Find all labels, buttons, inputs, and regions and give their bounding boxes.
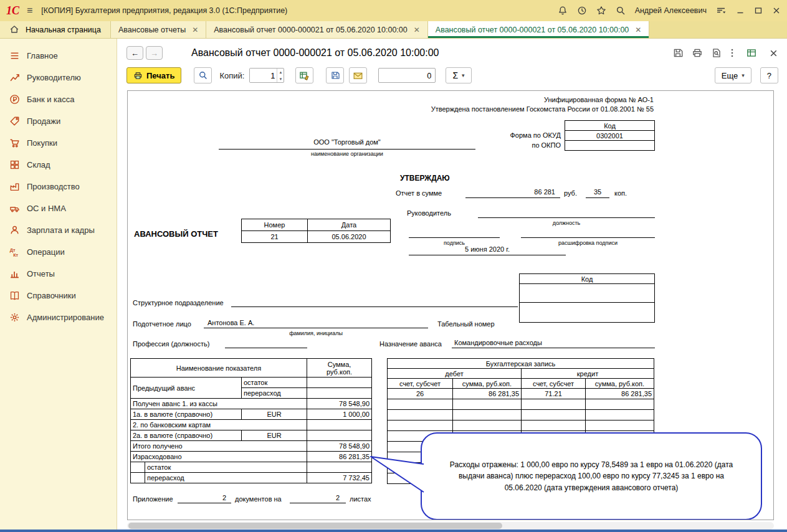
sidebar-label: Склад	[27, 160, 50, 169]
cart-icon	[9, 138, 20, 148]
envelope-icon	[353, 70, 363, 81]
date-header-cell: Дата	[308, 219, 391, 231]
printer-icon	[133, 71, 143, 80]
sidebar-label: Руководителю	[27, 73, 81, 82]
more-button-label: Еще	[722, 71, 738, 80]
sidebar-item-references[interactable]: Справочники	[0, 285, 117, 306]
sidebar-item-purchases[interactable]: Покупки	[0, 132, 117, 154]
empty-cell	[522, 399, 586, 410]
empty-cell	[522, 410, 586, 420]
tab-advance-report-doc-2-active[interactable]: Авансовый отчет 0000-000021 от 05.06.202…	[428, 21, 650, 38]
help-button[interactable]: ?	[760, 67, 778, 83]
purpose-field: Командировочные расходы	[452, 339, 655, 348]
more-button[interactable]: Еще ▾	[715, 67, 751, 83]
manager-label: Руководитель	[407, 209, 451, 217]
sidebar-label: Администрирование	[27, 313, 104, 322]
preview-icon[interactable]	[711, 47, 722, 59]
profession-line	[225, 339, 307, 348]
person-caption: фамилия, инициалы	[204, 330, 428, 336]
sidebar: Главное Руководителю Банк и касса Продаж…	[0, 39, 117, 532]
appendix-docs-label: документов на	[235, 495, 282, 503]
home-icon	[9, 24, 20, 35]
adv-row-currency: EUR	[242, 430, 307, 441]
tab-home[interactable]: Начальная страница	[0, 21, 111, 38]
horizontal-scrollbar[interactable]	[127, 522, 774, 530]
favorites-star-icon[interactable]	[596, 6, 606, 16]
forward-button[interactable]: →	[146, 46, 163, 60]
tab-close-icon[interactable]: ✕	[192, 26, 198, 34]
table-settings-button[interactable]	[295, 67, 313, 83]
sidebar-label: Зарплата и кадры	[27, 226, 95, 235]
adv-row-currency: EUR	[242, 409, 307, 420]
spinner-down-button[interactable]: ▼	[277, 75, 284, 82]
okud-value-cell: 0302001	[565, 131, 655, 141]
annotation-callout[interactable]: Расходы отражены: 1 000,00 евро по курсу…	[421, 432, 762, 520]
empty-cell	[388, 399, 453, 410]
current-user[interactable]: Андрей Алексеевич	[635, 6, 707, 15]
approve-date-field: 5 июня 2020 г.	[409, 245, 566, 255]
save-document-button[interactable]	[326, 67, 344, 83]
search-icon[interactable]	[616, 6, 626, 16]
sigma-icon: Σ	[452, 70, 458, 80]
spinner-up-button[interactable]: ▲	[277, 69, 284, 75]
annotation-text: Расходы отражены: 1 000,00 евро по курсу…	[449, 459, 733, 494]
main-menu-icon[interactable]: ≡	[27, 5, 32, 16]
sum-button[interactable]: Σ ▾	[446, 67, 471, 83]
sidebar-item-manager[interactable]: Руководителю	[0, 67, 117, 88]
adv-prev-rest: остаток	[242, 378, 307, 388]
sidebar-item-reports[interactable]: Отчеты	[0, 263, 117, 285]
empty-cell	[307, 388, 372, 399]
email-button[interactable]	[349, 67, 367, 83]
sidebar-item-operations[interactable]: ДтКт Операции	[0, 241, 117, 263]
sidebar-item-bank-cash[interactable]: Банк и касса	[0, 88, 117, 110]
sidebar-label: ОС и НМА	[27, 204, 66, 213]
svg-text:Кт: Кт	[13, 252, 18, 257]
sidebar-item-fixed-assets[interactable]: ОС и НМА	[0, 197, 117, 219]
close-form-icon[interactable]	[769, 49, 778, 58]
print-icon[interactable]	[692, 47, 703, 59]
counter-input[interactable]	[378, 68, 436, 83]
more-dots-icon[interactable]	[730, 47, 734, 59]
sidebar-label: Продажи	[27, 116, 60, 126]
service-menu-icon[interactable]	[716, 6, 727, 16]
history-icon[interactable]	[577, 6, 587, 16]
right-code-box: Код	[519, 273, 655, 323]
sidebar-item-sales[interactable]: Продажи	[0, 110, 117, 132]
personnel-code-cell	[520, 303, 655, 323]
notifications-bell-icon[interactable]	[558, 6, 568, 16]
gear-icon	[9, 312, 20, 323]
sidebar-item-warehouse[interactable]: Склад	[0, 154, 117, 176]
adv-row-sum: 78 548,90	[307, 441, 372, 452]
sidebar-item-payroll-hr[interactable]: Зарплата и кадры	[0, 219, 117, 241]
tab-close-icon[interactable]: ✕	[414, 26, 420, 34]
position-caption: должность	[478, 220, 655, 226]
sidebar-item-administration[interactable]: Администрирование	[0, 306, 117, 328]
sidebar-item-main[interactable]: Главное	[0, 45, 117, 67]
tab-advance-report-doc-1[interactable]: Авансовый отчет 0000-000021 от 05.06.202…	[206, 21, 428, 38]
print-button[interactable]: Печать	[126, 67, 181, 83]
trend-chart-icon	[9, 72, 20, 83]
copies-input[interactable]	[250, 69, 277, 82]
tab-label: Авансовый отчет 0000-000021 от 05.06.202…	[436, 26, 629, 34]
close-window-icon[interactable]	[772, 6, 781, 15]
empty-cell	[453, 420, 522, 431]
print-preview-button[interactable]	[194, 67, 212, 83]
save-icon[interactable]	[672, 47, 684, 59]
minimize-icon[interactable]	[736, 6, 745, 15]
kop-label: коп.	[614, 189, 627, 197]
tab-advance-reports-list[interactable]: Авансовые отчеты ✕	[111, 21, 206, 38]
spreadsheet-icon[interactable]	[746, 47, 757, 59]
copies-spinner[interactable]: ▲▼	[249, 68, 284, 83]
personnel-number-label: Табельный номер	[437, 320, 495, 328]
okpo-label: по ОКПО	[532, 141, 561, 149]
sidebar-item-production[interactable]: Производство	[0, 176, 117, 197]
person-field: Антонова Е. А.	[204, 319, 428, 328]
purpose-label: Назначение аванса	[379, 340, 442, 348]
maximize-icon[interactable]	[754, 6, 763, 15]
appendix-docs-count: 2	[178, 494, 231, 503]
adv-row-name: остаток	[145, 462, 307, 473]
ruble-coin-icon	[9, 94, 20, 105]
back-button[interactable]: ←	[126, 46, 143, 60]
tab-close-icon[interactable]: ✕	[635, 26, 641, 34]
scrollbar-thumb[interactable]	[128, 523, 502, 529]
